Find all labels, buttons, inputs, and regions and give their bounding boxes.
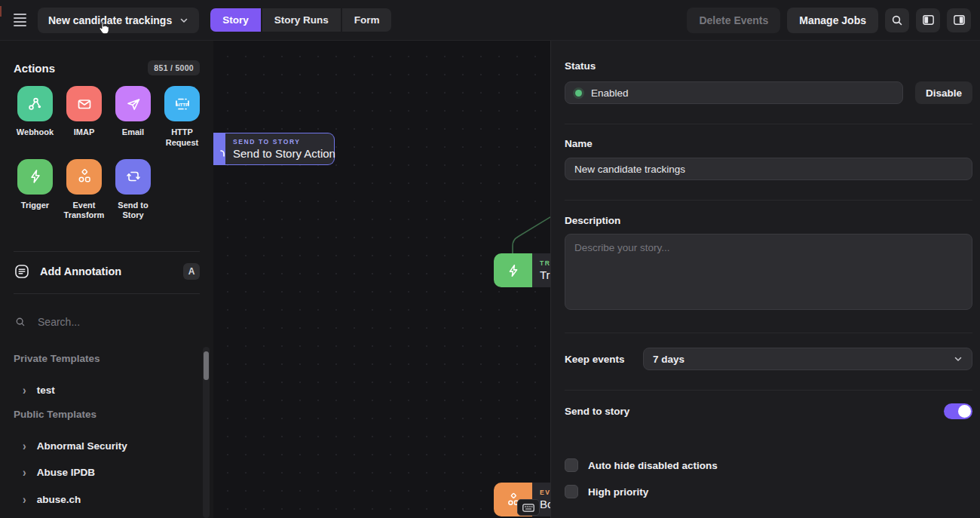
shapes-icon	[75, 167, 93, 185]
node-type-label: EVENT TRANSFORM	[540, 489, 550, 496]
story-selector-label: New candidate trackings	[48, 14, 172, 26]
tab-story-runs[interactable]: Story Runs	[262, 8, 342, 32]
action-tile-label: Webhook	[17, 127, 54, 138]
add-annotation-button[interactable]: Add Annotation A	[14, 260, 200, 283]
high-priority-checkbox[interactable]	[565, 485, 578, 498]
topbar: New candidate trackings Story Story Runs…	[0, 0, 980, 41]
loop-icon	[124, 167, 142, 185]
toggle-knob	[958, 405, 971, 418]
status-enabled-dot	[575, 90, 582, 97]
template-label: abuse.ch	[37, 494, 81, 505]
app-root: New candidate trackings Story Story Runs…	[0, 0, 980, 518]
left-panel-toggle-button[interactable]	[916, 8, 940, 32]
status-label: Status	[565, 60, 596, 72]
option-auto-hide-disabled-actions: Auto hide disabled actions	[565, 458, 972, 473]
panel-divider	[565, 390, 972, 391]
action-tile-imap[interactable]: IMAP	[60, 86, 109, 149]
hamburger-menu-button[interactable]	[8, 8, 32, 32]
view-tabs: Story Story Runs Form	[210, 8, 391, 32]
tab-form[interactable]: Form	[342, 8, 392, 32]
story-canvas[interactable]: SEND TO STORY Send to Story Action TRIGG…	[213, 41, 550, 518]
template-item-abuse-ch[interactable]: › abuse.ch	[23, 489, 195, 509]
description-label: Description	[565, 215, 620, 226]
story-properties-panel: Status Enabled Disable Name Description …	[550, 41, 980, 518]
action-tile-label: Email	[122, 127, 144, 138]
story-selector-dropdown[interactable]: New candidate trackings	[38, 8, 199, 33]
search-input[interactable]	[38, 316, 200, 328]
right-panel-toggle-button[interactable]	[947, 8, 971, 32]
left-panel-icon	[921, 13, 936, 27]
node-name: Bot	[540, 498, 550, 510]
actions-header-row: Actions 851 / 5000	[14, 60, 200, 75]
action-tile-send-to-story[interactable]: Send to Story	[109, 159, 158, 222]
panel-divider	[565, 333, 972, 333]
tab-story[interactable]: Story	[210, 8, 262, 32]
panel-divider	[565, 124, 972, 124]
topbar-actions: Delete Events Manage Jobs	[687, 8, 980, 33]
actions-sidebar: Actions 851 / 5000 Webhook	[0, 41, 213, 518]
status-value: Enabled	[591, 87, 629, 99]
template-label: test	[37, 385, 55, 396]
public-templates-header: Public Templates	[14, 409, 96, 420]
bolt-icon	[26, 167, 44, 185]
story-name-input[interactable]	[565, 158, 972, 180]
node-type-label: TRIGGER	[540, 259, 550, 267]
add-annotation-label: Add Annotation	[40, 265, 121, 277]
send-to-story-toggle[interactable]	[944, 403, 972, 419]
send-to-story-row: Send to story	[565, 403, 972, 419]
keep-events-label: Keep events	[565, 354, 643, 365]
bolt-icon	[505, 262, 522, 279]
template-item-abuse-ipdb[interactable]: › Abuse IPDB	[23, 462, 195, 482]
action-tile-label: Trigger	[21, 201, 49, 211]
panel-divider	[565, 200, 972, 201]
action-tile-webhook[interactable]: Webhook	[11, 86, 60, 149]
template-label: Abnormal Security	[37, 440, 127, 452]
action-tile-email[interactable]: Email	[109, 86, 158, 149]
right-panel-icon	[952, 13, 966, 27]
keep-events-select[interactable]: 7 days	[643, 348, 972, 370]
http-icon: HTTP	[173, 94, 192, 114]
node-trigger[interactable]: TRIGGER Trigger	[494, 253, 550, 287]
action-tile-label: Send to Story	[110, 201, 157, 222]
actions-title: Actions	[14, 62, 55, 75]
private-templates-header: Private Templates	[14, 353, 100, 364]
send-to-story-label: Send to story	[565, 406, 629, 417]
node-name: Trigger	[540, 268, 550, 281]
chevron-right-icon: ›	[23, 439, 26, 452]
action-tile-trigger[interactable]: Trigger	[11, 159, 60, 222]
keep-events-row: Keep events 7 days	[565, 348, 972, 370]
action-tile-grid: Webhook IMAP Email	[11, 86, 207, 221]
option-label: High priority	[588, 486, 648, 498]
chevron-right-icon: ›	[23, 465, 26, 479]
webhook-icon	[26, 95, 44, 113]
chevron-down-icon	[179, 16, 188, 25]
envelope-icon	[75, 95, 93, 113]
connector-incoming	[513, 211, 550, 253]
sidebar-divider	[14, 251, 200, 252]
paper-plane-icon	[124, 95, 142, 113]
action-tile-label: IMAP	[74, 127, 95, 138]
template-item-abnormal-security[interactable]: › Abnormal Security	[23, 436, 195, 455]
node-send-to-story-action[interactable]: SEND TO STORY Send to Story Action	[213, 133, 335, 165]
auto-hide-checkbox[interactable]	[565, 458, 578, 472]
keep-events-value: 7 days	[653, 354, 684, 365]
status-value-pill: Enabled	[565, 81, 903, 104]
story-description-textarea[interactable]	[565, 234, 972, 310]
name-label: Name	[565, 138, 593, 149]
action-tile-http-request[interactable]: HTTP HTTP Request	[158, 86, 207, 149]
action-tile-label: HTTP Request	[159, 127, 206, 149]
option-high-priority: High priority	[565, 484, 972, 499]
search-button[interactable]	[885, 8, 909, 32]
action-tile-event-transform[interactable]: Event Transform	[60, 159, 109, 222]
chevron-down-icon	[954, 354, 963, 363]
chevron-right-icon: ›	[23, 492, 26, 506]
delete-events-button[interactable]: Delete Events	[687, 8, 780, 33]
manage-jobs-button[interactable]: Manage Jobs	[787, 8, 878, 33]
disable-button[interactable]: Disable	[915, 81, 972, 104]
sidebar-scrollbar-thumb[interactable]	[204, 351, 209, 380]
search-icon	[15, 316, 26, 328]
node-icon-block	[494, 253, 532, 287]
hamburger-icon	[14, 14, 26, 26]
template-item-test[interactable]: › test	[23, 380, 195, 400]
annotation-shortcut-badge: A	[183, 263, 200, 280]
